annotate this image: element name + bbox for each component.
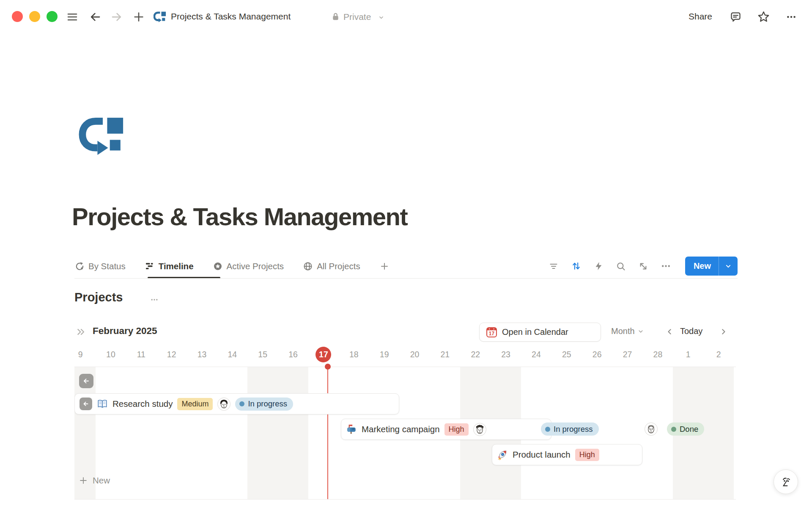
- filter-button[interactable]: [549, 261, 559, 271]
- day-label: 27: [612, 342, 643, 367]
- nav-back-button[interactable]: [89, 11, 102, 23]
- page-icon[interactable]: [78, 117, 128, 156]
- sidebar-menu-button[interactable]: [66, 11, 79, 23]
- doodle-face-icon: [779, 475, 793, 489]
- day-label: 2: [703, 342, 734, 367]
- arrow-left-icon: [82, 400, 90, 408]
- window-titlebar: Projects & Tasks Management Private Shar…: [0, 0, 812, 34]
- back-arrow-icon: [89, 11, 102, 23]
- item-name: Research study: [112, 399, 173, 409]
- status-pill: Done: [667, 422, 704, 436]
- favorite-button[interactable]: [757, 10, 770, 23]
- tab-timeline[interactable]: Timeline: [145, 261, 194, 271]
- day-label: 9: [65, 342, 96, 367]
- day-label: 23: [491, 342, 521, 367]
- open-in-calendar-button[interactable]: 17 Open in Calendar: [479, 323, 601, 342]
- comments-button[interactable]: [730, 11, 742, 23]
- scroll-to-earlier-item-button[interactable]: [79, 374, 93, 388]
- hamburger-icon: [66, 11, 79, 23]
- more-options-button[interactable]: [785, 11, 798, 22]
- share-button[interactable]: Share: [689, 11, 712, 22]
- new-timeline-item-button[interactable]: New: [79, 471, 110, 490]
- status-pill: In progress: [235, 398, 293, 411]
- plus-icon: [132, 11, 145, 23]
- lightning-icon: [594, 261, 604, 271]
- status-label: In progress: [248, 399, 287, 409]
- day-label: 21: [430, 342, 460, 367]
- timeline-scale-dropdown[interactable]: Month: [611, 326, 645, 336]
- add-view-button[interactable]: [379, 261, 390, 271]
- day-label: 26: [582, 342, 612, 367]
- tab-all-projects[interactable]: All Projects: [303, 261, 360, 271]
- next-month-button[interactable]: [719, 327, 728, 336]
- day-label: 25: [551, 342, 582, 367]
- plus-icon: [79, 476, 88, 485]
- weekend-band: [703, 367, 734, 499]
- mailbox-emoji: [346, 424, 357, 435]
- star-icon: [757, 10, 770, 23]
- scale-value: Month: [611, 326, 635, 336]
- status-dot: [239, 401, 244, 406]
- database-options-button[interactable]: [149, 295, 160, 304]
- ellipsis-icon: [661, 261, 671, 271]
- day-label: 24: [521, 342, 551, 367]
- view-options-button[interactable]: [661, 261, 671, 271]
- tab-label: Active Projects: [227, 261, 284, 271]
- breadcrumb-page-title[interactable]: Projects & Tasks Management: [171, 11, 291, 22]
- assignee-avatar: [217, 398, 230, 411]
- comment-bubble-icon: [730, 11, 742, 23]
- status-pill: In progress: [541, 422, 599, 436]
- priority-badge: High: [444, 423, 469, 436]
- blue-logo-icon: [154, 11, 167, 22]
- day-label: 12: [156, 342, 187, 367]
- timeline-bars-icon: [145, 261, 155, 271]
- tab-label: By Status: [88, 261, 126, 271]
- weekend-band: [247, 367, 278, 499]
- automations-button[interactable]: [594, 261, 604, 271]
- ellipsis-icon: [785, 11, 798, 22]
- window-minimize-button[interactable]: [29, 11, 40, 22]
- today-marker-dot: [325, 364, 331, 370]
- sort-button[interactable]: [571, 261, 582, 271]
- database-toolbar: New: [549, 254, 738, 278]
- prev-month-button[interactable]: [665, 327, 674, 336]
- window-zoom-button[interactable]: [47, 11, 58, 22]
- page-mini-icon: [154, 11, 167, 22]
- assignee-avatar: [473, 423, 486, 436]
- timeline-bar-product-launch[interactable]: Product launch High: [492, 444, 642, 465]
- filter-icon: [549, 261, 559, 271]
- new-record-button[interactable]: New: [685, 261, 719, 271]
- tab-by-status[interactable]: By Status: [74, 261, 126, 271]
- timeline-bar-marketing-campaign[interactable]: Marketing campaign High: [341, 419, 551, 440]
- tab-label: Timeline: [159, 261, 194, 271]
- database-title: Projects: [74, 290, 123, 304]
- nav-forward-button[interactable]: [110, 11, 123, 23]
- blue-logo-icon: [78, 117, 128, 156]
- search-button[interactable]: [616, 261, 626, 271]
- privacy-label[interactable]: Private: [343, 12, 371, 22]
- day-label: 11: [126, 342, 156, 367]
- timeline-bar-research-study[interactable]: Research study Medium In progress: [74, 393, 399, 414]
- notion-ai-button[interactable]: [774, 469, 798, 494]
- view-tabs: By Status Timeline Active Projects: [74, 254, 409, 278]
- today-button[interactable]: Today: [680, 326, 702, 336]
- expand-button[interactable]: [638, 261, 648, 271]
- month-label[interactable]: February 2025: [93, 326, 157, 337]
- status-loop-icon: [74, 261, 85, 271]
- new-record-dropdown-button[interactable]: [719, 262, 738, 271]
- window-close-button[interactable]: [12, 11, 23, 22]
- tabs-divider: [74, 278, 738, 279]
- tab-active-projects[interactable]: Active Projects: [213, 261, 284, 271]
- day-label: 15: [247, 342, 278, 367]
- new-tab-button[interactable]: [132, 11, 145, 23]
- plus-icon: [379, 261, 390, 271]
- collapse-sidebar-chevrons-button[interactable]: [76, 326, 87, 337]
- sort-arrows-icon: [571, 261, 582, 271]
- timeline-day-row: 9101112131415161718192021222324252627281…: [74, 342, 736, 367]
- status-dot: [671, 427, 676, 432]
- scroll-to-start-button[interactable]: [80, 398, 92, 410]
- timeline-body: Research study Medium In progress: [74, 367, 736, 500]
- assignee-avatar: [645, 422, 658, 436]
- search-icon: [616, 261, 626, 271]
- tab-label: All Projects: [317, 261, 360, 271]
